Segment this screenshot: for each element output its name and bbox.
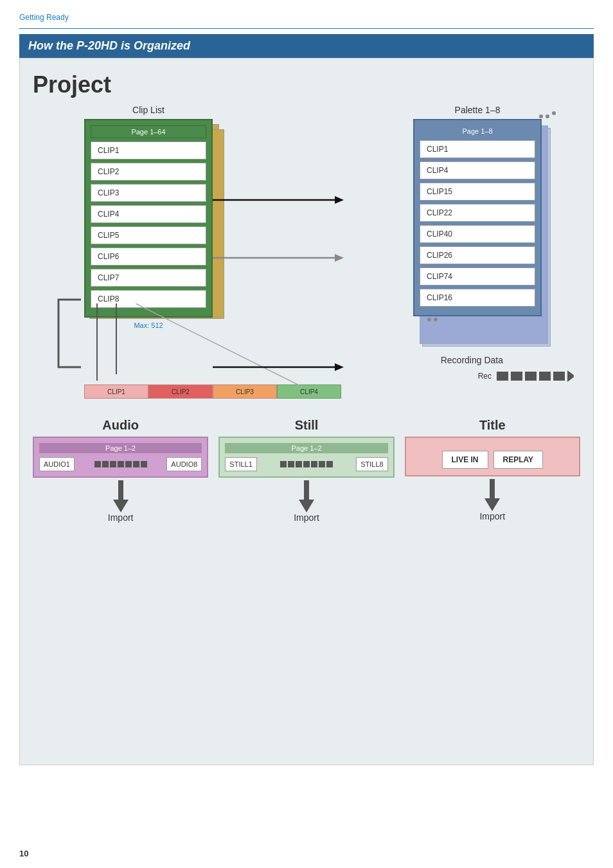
svg-point-4 (434, 318, 438, 321)
title-section: Title LIVE IN REPLAY Import (405, 418, 580, 523)
palette-item: CLIP16 (420, 289, 535, 307)
still-import-arrow (299, 480, 314, 512)
still-label: Still (295, 418, 319, 433)
live-in-button[interactable]: LIVE IN (442, 451, 488, 469)
palette-item: CLIP74 (420, 267, 535, 285)
svg-rect-24 (490, 479, 495, 500)
audio-dots (77, 461, 164, 467)
replay-button[interactable]: REPLAY (493, 451, 544, 469)
clip-list-page-label: Page 1–64 (91, 125, 206, 138)
palette-item: CLIP22 (420, 204, 535, 222)
title-import-arrow (484, 479, 500, 511)
svg-point-1 (546, 114, 549, 118)
svg-rect-14 (497, 372, 508, 381)
svg-rect-17 (539, 372, 551, 381)
audio-item-left: AUDIO1 (39, 457, 75, 471)
svg-rect-20 (118, 480, 123, 501)
svg-marker-25 (484, 498, 500, 511)
clip-item: CLIP1 (91, 141, 206, 159)
still-item-left: STILL1 (225, 457, 256, 471)
palette-label: Palette 1–8 (455, 105, 501, 115)
still-box: Page 1–2 STILL1 STILL8 (218, 437, 394, 478)
timeline-clip: CLIP4 (277, 384, 341, 399)
page-number: 10 (19, 849, 28, 858)
still-dots (260, 461, 353, 467)
palette-item: CLIP4 (420, 161, 535, 179)
svg-point-0 (539, 114, 543, 118)
rec-bars-svg (497, 370, 574, 382)
clip-item: CLIP3 (91, 184, 206, 202)
palette-box: Page 1–8 CLIP1 CLIP4 CLIP15 CLIP22 CLIP4… (413, 119, 542, 316)
timeline-clip: CLIP1 (84, 384, 148, 399)
still-item-right: STILL8 (356, 457, 387, 471)
clip-list-stack: Page 1–64 CLIP1 CLIP2 CLIP3 CLIP4 CLIP5 … (84, 119, 213, 318)
palette-page-label: Page 1–8 (420, 125, 535, 137)
svg-marker-19 (567, 370, 574, 382)
clip-item: CLIP8 (91, 290, 206, 308)
clip-item: CLIP2 (91, 163, 206, 181)
main-diagram: Project Clip List Page 1–64 CLIP1 CLIP2 … (19, 58, 594, 765)
svg-point-2 (552, 111, 556, 115)
timeline-clip: CLIP3 (213, 384, 277, 399)
svg-rect-22 (304, 480, 309, 501)
recording-label: Recording Data (33, 355, 580, 365)
clip-item: CLIP4 (91, 205, 206, 223)
title-label: Title (479, 418, 506, 433)
audio-item-right: AUDIO8 (166, 457, 202, 471)
audio-label: Audio (102, 418, 139, 433)
audio-box: Page 1–2 AUDIO1 AUDIO8 (33, 437, 208, 478)
svg-rect-15 (511, 372, 522, 381)
audio-page-label: Page 1–2 (39, 443, 202, 453)
palette-item: CLIP15 (420, 183, 535, 201)
palette-item: CLIP1 (420, 140, 535, 158)
recording-section: Recording Data Rec CLIP1 CLIP2 CLIP3 CL (33, 355, 580, 399)
svg-marker-21 (113, 500, 129, 512)
clip-list-box: Page 1–64 CLIP1 CLIP2 CLIP3 CLIP4 CLIP5 … (84, 119, 213, 318)
clip-item: CLIP5 (91, 226, 206, 244)
section-header: How the P-20HD is Organized (19, 34, 594, 58)
still-items-row: STILL1 STILL8 (225, 457, 387, 471)
title-box: LIVE IN REPLAY (405, 437, 580, 476)
svg-rect-18 (553, 372, 565, 381)
audio-items-row: AUDIO1 AUDIO8 (39, 457, 202, 471)
palette-item: CLIP40 (420, 225, 535, 243)
audio-import-arrow (113, 480, 129, 512)
rec-bar-row: Rec (33, 370, 580, 382)
dots-top-right (538, 110, 557, 125)
audio-section: Audio Page 1–2 AUDIO1 AUDIO8 (33, 418, 208, 523)
title-buttons: LIVE IN REPLAY (413, 451, 573, 469)
clip-list-label: Clip List (132, 105, 164, 115)
breadcrumb: Getting Ready (19, 13, 594, 22)
palette-item: CLIP26 (420, 246, 535, 264)
still-page-label: Page 1–2 (225, 443, 387, 453)
clip-item: CLIP7 (91, 269, 206, 287)
rec-label: Rec (478, 372, 492, 381)
audio-import-label: Import (108, 512, 134, 523)
page-container: Getting Ready How the P-20HD is Organize… (0, 0, 613, 791)
still-section: Still Page 1–2 STILL1 STILL8 (218, 418, 394, 523)
clip-list-max: Max: 512 (134, 321, 163, 329)
title-import-label: Import (479, 511, 505, 521)
timeline-clip: CLIP2 (148, 384, 213, 399)
palette-section: Palette 1–8 Page 1–8 CLIP1 CLIP4 CLIP15 … (413, 105, 542, 342)
clip-list-section: Clip List Page 1–64 CLIP1 CLIP2 CLIP3 CL… (84, 105, 213, 329)
dots-bottom-left (426, 313, 445, 328)
svg-point-3 (427, 318, 431, 321)
project-title: Project (33, 71, 580, 98)
timeline-clips: CLIP1 CLIP2 CLIP3 CLIP4 (84, 384, 580, 399)
svg-rect-16 (525, 372, 537, 381)
svg-marker-23 (299, 500, 314, 512)
clip-item: CLIP6 (91, 248, 206, 266)
bottom-sections: Audio Page 1–2 AUDIO1 AUDIO8 (33, 418, 580, 523)
still-import-label: Import (294, 512, 319, 523)
